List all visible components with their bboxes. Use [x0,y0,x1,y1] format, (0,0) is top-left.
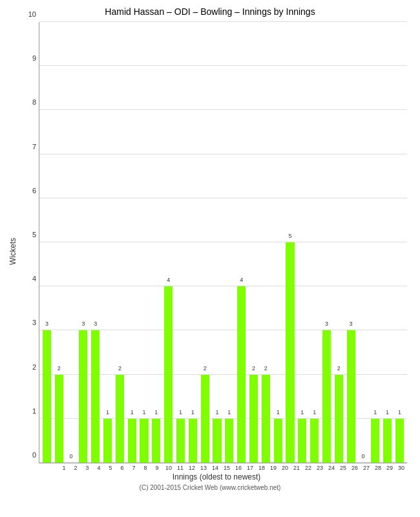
bar: 1 [371,419,379,463]
y-axis-label: Wickets [6,22,19,481]
bar-value-label: 1 [213,409,221,416]
x-tick-label: 26 [349,463,361,471]
x-tick-label: 25 [337,463,349,471]
bar-group: 0 [65,22,78,463]
bar-group: 3 [345,22,357,463]
bar-value-label: 2 [55,365,63,372]
bar-group: 1 [126,22,138,463]
bar-value-label: 2 [262,365,270,372]
bar-group: 1 [381,22,394,463]
y-tick-label: 4 [20,275,36,282]
x-tick-label: 14 [209,463,221,471]
y-tick-label: 9 [20,54,36,62]
chart-area: Wickets 320331211141121142215113230111 0… [6,22,414,481]
bar-value-label: 1 [395,409,404,416]
bar: 1 [189,419,197,463]
bar-group: 2 [53,22,65,463]
bars-container: 320331211141121142215113230111 [39,22,407,463]
copyright: (C) 2001-2015 Cricket Web (www.cricketwe… [140,484,281,491]
bar-group: 2 [260,22,272,463]
bar-value-label: 2 [335,365,343,372]
x-tick-label: 28 [372,463,384,471]
x-tick-label: 21 [291,463,302,471]
x-tick-label: 4 [93,463,105,471]
y-tick-label: 0 [20,451,36,459]
bar: 1 [140,419,148,463]
x-tick-label: 16 [233,463,244,471]
bar-group: 3 [41,22,53,463]
y-tick-label: 2 [20,363,36,371]
x-tick-label: 24 [326,463,337,471]
bar-value-label: 4 [237,277,246,283]
x-tick-label: 30 [395,463,407,471]
bar-value-label: 1 [225,409,233,416]
bar-group: 1 [223,22,235,463]
bar-value-label: 1 [140,409,148,416]
x-tick-label: 3 [81,463,93,471]
bar-value-label: 1 [152,409,160,416]
bar: 1 [274,419,282,463]
bar-value-label: 2 [116,365,124,372]
y-tick-label: 5 [20,231,36,238]
bar-value-label: 2 [201,365,209,372]
chart-title: Hamid Hassan – ODI – Bowling – Innings b… [105,6,315,17]
bar-group: 1 [187,22,199,463]
bar-value-label: 1 [103,409,112,416]
bar: 1 [225,419,233,463]
bar: 2 [201,375,209,463]
bar: 1 [383,419,392,463]
bar-value-label: 2 [249,365,258,372]
x-tick-label: 29 [384,463,395,471]
bar: 2 [335,375,343,463]
bar-value-label: 3 [322,321,331,327]
x-tick-label: 13 [198,463,209,471]
bar-value-label: 4 [164,277,173,283]
plot-area: 320331211141121142215113230111 012345678… [39,22,407,463]
x-tick-label: 6 [116,463,128,471]
bar-value-label: 1 [383,409,392,416]
bar-group: 2 [333,22,345,463]
x-tick-label: 5 [105,463,116,471]
chart-inner: 320331211141121142215113230111 012345678… [19,22,414,481]
bar-value-label: 0 [67,453,75,459]
x-tick-label: 9 [151,463,163,471]
bar: 2 [262,375,270,463]
y-tick-label: 8 [20,98,36,106]
bar: 1 [152,419,160,463]
bar-value-label: 3 [91,321,100,327]
x-tick-label: 7 [128,463,140,471]
y-tick-label: 1 [20,407,36,415]
x-tick-label: 23 [314,463,326,471]
x-tick-label: 2 [70,463,81,471]
bar-group: 1 [394,22,406,463]
bar-group: 1 [174,22,187,463]
bar: 2 [116,375,124,463]
bar: 1 [213,419,221,463]
bar-group: 2 [247,22,260,463]
bar-value-label: 5 [286,233,294,239]
bar-group: 2 [114,22,126,463]
bar: 5 [286,242,294,463]
bar: 1 [176,419,185,463]
bar: 1 [298,419,306,463]
bar-group: 1 [272,22,284,463]
bar: 2 [55,375,63,463]
x-tick-label: 20 [279,463,291,471]
bar-group: 1 [138,22,151,463]
bar-group: 5 [284,22,297,463]
bar-value-label: 3 [347,321,355,327]
bar: 3 [79,330,87,463]
bar-group: 1 [211,22,224,463]
bar: 3 [43,330,51,463]
x-tick-label: 10 [163,463,174,471]
bar-group: 1 [150,22,162,463]
x-tick-label: 17 [244,463,256,471]
x-tick-label: 15 [221,463,233,471]
bar-value-label: 1 [371,409,379,416]
bar-group: 3 [320,22,333,463]
x-tick-label: 11 [174,463,186,471]
x-tick-label: 12 [186,463,198,471]
x-tick-label: 27 [361,463,372,471]
y-tick-label: 6 [20,187,36,195]
bar-group: 4 [162,22,174,463]
